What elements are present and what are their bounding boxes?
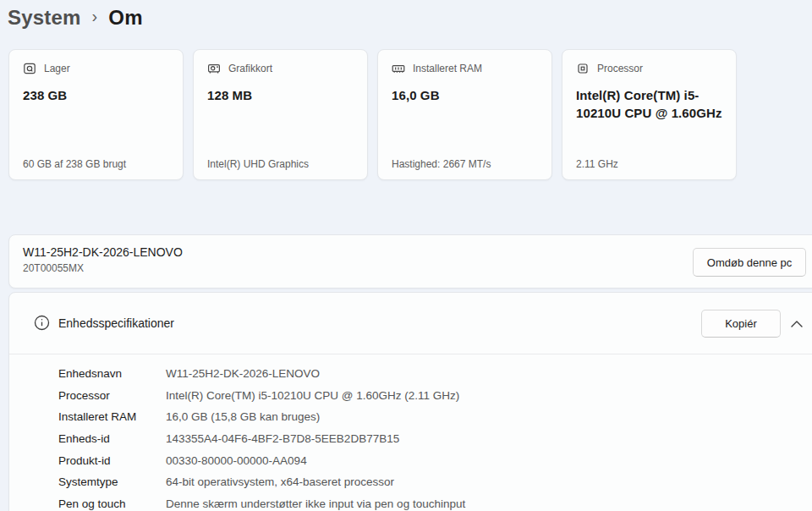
ram-card-value: 16,0 GB	[392, 86, 538, 104]
cpu-icon	[576, 62, 590, 75]
breadcrumb-chevron-icon: ›	[92, 7, 98, 29]
storage-card-value: 238 GB	[23, 86, 169, 104]
copy-button[interactable]: Kopiér	[701, 310, 781, 338]
processor-card-label: Processor	[597, 63, 643, 74]
storage-card-footer: 60 GB af 238 GB brugt	[23, 158, 173, 170]
processor-card-footer: 2.11 GHz	[576, 158, 726, 170]
storage-card: Lager 238 GB 60 GB af 238 GB brugt	[8, 49, 184, 180]
rename-pc-button[interactable]: Omdøb denne pc	[693, 248, 806, 277]
page-title: Om	[108, 6, 142, 30]
device-model: 20T00055MX	[23, 262, 84, 274]
spec-value: 16,0 GB (15,8 GB kan bruges)	[166, 410, 320, 423]
device-name-card: W11-25H2-DK-2026-LENOVO 20T00055MX Omdøb…	[8, 234, 812, 288]
storage-card-label: Lager	[44, 63, 70, 74]
spec-label: Enhedsnavn	[9, 367, 166, 380]
device-specs-title: Enhedsspecifikationer	[58, 316, 174, 330]
device-specs-card: Enhedsspecifikationer Kopiér Enhedsnavn …	[8, 292, 812, 511]
graphics-card-value: 128 MB	[207, 86, 354, 104]
chevron-up-icon[interactable]	[785, 315, 809, 333]
ram-card-footer: Hastighed: 2667 MT/s	[392, 158, 541, 170]
spec-row-device-id: Enheds-id 143355A4-04F6-4BF2-B7D8-5EEB2D…	[9, 428, 812, 450]
spec-label: Systemtype	[9, 475, 166, 488]
spec-label: Pen og touch	[9, 497, 166, 510]
spec-value: 00330-80000-00000-AA094	[166, 454, 307, 467]
device-name: W11-25H2-DK-2026-LENOVO	[23, 245, 183, 259]
spec-row-device-name: Enhedsnavn W11-25H2-DK-2026-LENOVO	[9, 363, 812, 385]
summary-cards: Lager 238 GB 60 GB af 238 GB brugt Grafi…	[8, 49, 737, 180]
device-specs-expander-header[interactable]: Enhedsspecifikationer Kopiér	[9, 293, 812, 354]
graphics-card-label: Grafikkort	[228, 63, 272, 74]
spec-label: Enheds-id	[9, 432, 166, 445]
spec-label: Produkt-id	[9, 454, 166, 467]
graphics-card: Grafikkort 128 MB Intel(R) UHD Graphics	[193, 49, 368, 180]
device-specs-table: Enhedsnavn W11-25H2-DK-2026-LENOVO Proce…	[9, 354, 812, 511]
spec-value: Intel(R) Core(TM) i5-10210U CPU @ 1.60GH…	[166, 389, 459, 402]
processor-card-value: Intel(R) Core(TM) i5-10210U CPU @ 1.60GH…	[576, 86, 722, 122]
spec-value: Denne skærm understøtter ikke input via …	[166, 497, 465, 510]
spec-value: 143355A4-04F6-4BF2-B7D8-5EEB2DB77B15	[166, 432, 399, 445]
breadcrumb-system[interactable]: System	[8, 6, 81, 30]
ram-card: Installeret RAM 16,0 GB Hastighed: 2667 …	[377, 49, 552, 180]
spec-row-processor: Processor Intel(R) Core(TM) i5-10210U CP…	[9, 385, 812, 407]
ram-icon	[392, 62, 405, 75]
spec-label: Processor	[9, 389, 166, 402]
settings-about-page: System › Om Lager 238 GB 60 GB af 238 GB…	[0, 0, 812, 511]
processor-card: Processor Intel(R) Core(TM) i5-10210U CP…	[562, 49, 737, 180]
storage-icon	[23, 62, 36, 75]
spec-value: 64-bit operativsystem, x64-baseret proce…	[166, 475, 394, 488]
spec-row-product-id: Produkt-id 00330-80000-00000-AA094	[9, 449, 812, 471]
info-icon	[34, 315, 50, 331]
spec-value: W11-25H2-DK-2026-LENOVO	[166, 367, 320, 380]
spec-row-pen-touch: Pen og touch Denne skærm understøtter ik…	[9, 493, 812, 511]
spec-row-ram: Installeret RAM 16,0 GB (15,8 GB kan bru…	[9, 406, 812, 428]
graphics-card-footer: Intel(R) UHD Graphics	[207, 158, 357, 170]
ram-card-label: Installeret RAM	[413, 63, 482, 74]
breadcrumb: System › Om	[8, 2, 143, 34]
gpu-icon	[207, 62, 221, 75]
spec-row-system-type: Systemtype 64-bit operativsystem, x64-ba…	[9, 471, 812, 493]
spec-label: Installeret RAM	[9, 410, 166, 423]
